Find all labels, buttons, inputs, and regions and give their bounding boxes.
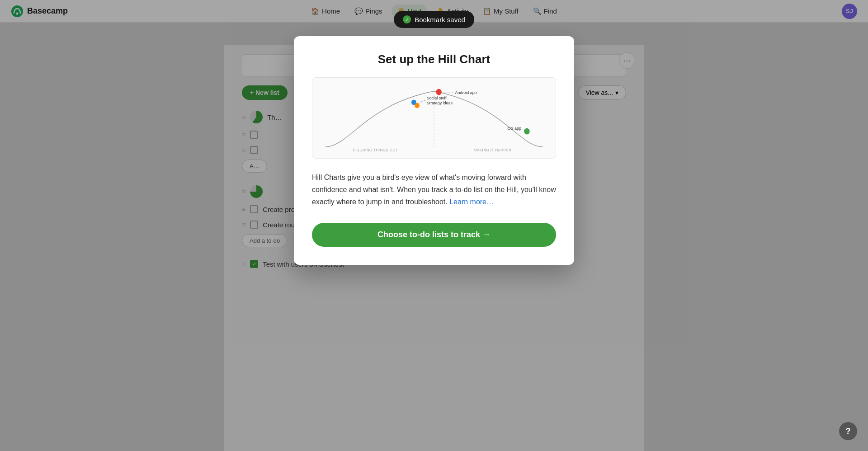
modal-body: Set up the Hill Chart FIGURING THINGS OU… xyxy=(294,36,574,265)
modal-title: Set up the Hill Chart xyxy=(312,52,556,66)
svg-point-13 xyxy=(524,128,530,135)
learn-more-link[interactable]: Learn more… xyxy=(449,198,494,206)
svg-text:iOS app: iOS app xyxy=(507,125,521,131)
toast-message: Bookmark saved xyxy=(415,16,465,23)
bookmark-toast: ✓ Bookmark saved xyxy=(394,11,474,28)
svg-point-5 xyxy=(436,89,442,95)
modal-overlay[interactable]: Set up the Hill Chart FIGURING THINGS OU… xyxy=(0,0,868,451)
check-icon: ✓ xyxy=(403,15,411,23)
svg-text:MAKING IT HAPPEN: MAKING IT HAPPEN xyxy=(474,148,511,152)
svg-line-10 xyxy=(420,100,426,103)
modal-description: Hill Charts give you a bird's eye view o… xyxy=(312,171,556,208)
hill-chart-container: FIGURING THINGS OUT MAKING IT HAPPEN And… xyxy=(312,77,556,159)
svg-point-9 xyxy=(415,103,420,108)
hill-chart-modal: Set up the Hill Chart FIGURING THINGS OU… xyxy=(294,36,574,265)
svg-text:Strategy ideas: Strategy ideas xyxy=(427,100,453,106)
svg-text:FIGURING THINGS OUT: FIGURING THINGS OUT xyxy=(353,148,398,152)
help-button[interactable]: ? xyxy=(839,422,857,440)
choose-lists-button[interactable]: Choose to-do lists to track → xyxy=(312,223,556,247)
svg-text:Social stuff: Social stuff xyxy=(427,95,447,100)
hill-chart-svg: FIGURING THINGS OUT MAKING IT HAPPEN And… xyxy=(317,82,551,154)
svg-text:Android app: Android app xyxy=(455,89,476,95)
